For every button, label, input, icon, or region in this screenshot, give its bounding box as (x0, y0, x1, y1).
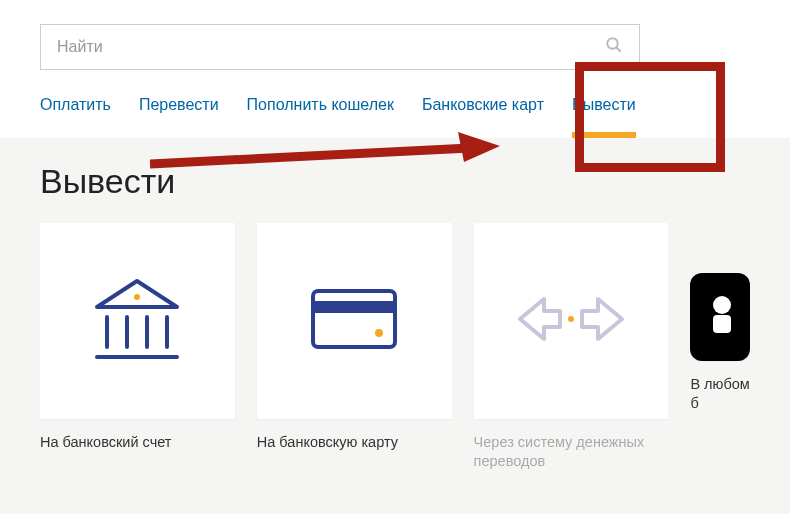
nav-tabs: Оплатить Перевести Пополнить кошелек Бан… (40, 96, 750, 138)
svg-point-3 (134, 294, 140, 300)
option-icon-box (257, 223, 452, 419)
option-money-transfer[interactable]: Через систему денежных переводов (474, 223, 669, 471)
tab-topup[interactable]: Пополнить кошелек (247, 96, 394, 138)
option-label: В любом б (690, 375, 750, 413)
tab-transfer[interactable]: Перевести (139, 96, 219, 138)
search-icon[interactable] (605, 36, 623, 59)
svg-marker-12 (520, 299, 560, 339)
option-label: Через систему денежных переводов (474, 433, 669, 471)
tab-pay[interactable]: Оплатить (40, 96, 111, 138)
tab-cards[interactable]: Банковские карт (422, 96, 544, 138)
option-any-location[interactable]: В любом б (690, 223, 750, 471)
svg-rect-9 (313, 291, 395, 347)
option-label: На банковскую карту (257, 433, 452, 452)
search-input[interactable] (57, 38, 605, 56)
credit-card-icon (311, 289, 397, 353)
svg-point-11 (375, 329, 383, 337)
tab-withdraw[interactable]: Вывести (572, 96, 636, 138)
option-bank-account[interactable]: На банковский счет (40, 223, 235, 471)
option-icon-box (474, 223, 669, 419)
svg-rect-16 (713, 315, 731, 333)
option-bank-card[interactable]: На банковскую карту (257, 223, 452, 471)
transfer-arrows-icon (516, 289, 626, 353)
search-bar[interactable] (40, 24, 640, 70)
svg-point-13 (568, 316, 574, 322)
svg-point-15 (713, 296, 731, 314)
svg-point-0 (607, 38, 618, 49)
option-icon-box (690, 273, 750, 361)
option-label: На банковский счет (40, 433, 235, 452)
partial-icon (708, 295, 732, 339)
svg-marker-14 (582, 299, 622, 339)
svg-line-1 (616, 47, 621, 52)
option-icon-box (40, 223, 235, 419)
svg-rect-10 (313, 301, 395, 313)
withdraw-options: На банковский счет На банковскую карту (40, 223, 750, 471)
page-title: Вывести (40, 162, 750, 201)
bank-building-icon (87, 269, 187, 373)
